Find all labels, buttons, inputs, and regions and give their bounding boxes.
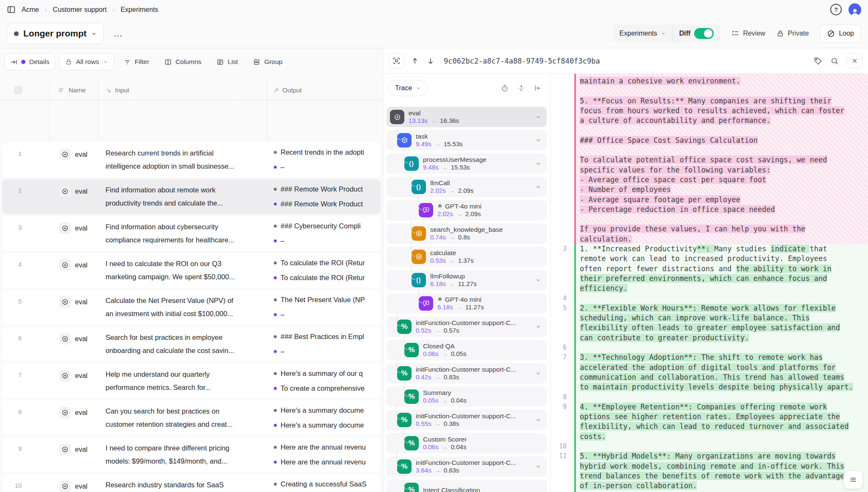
- table-row[interactable]: 2evalFind information about remote workp…: [2, 179, 381, 214]
- duration-secondary: 15.53s: [444, 140, 463, 148]
- trace-tree-row[interactable]: %initFunction-Customer support-C...0.55s…: [387, 410, 547, 430]
- timer-icon[interactable]: [501, 84, 509, 92]
- table-row[interactable]: 7evalHelp me understand our quarterlyper…: [2, 364, 381, 398]
- list-button[interactable]: List: [211, 53, 243, 70]
- experiments-dropdown[interactable]: Experiments: [613, 25, 673, 42]
- trace-tree-row[interactable]: search_knowledge_base0.74s→0.8s: [387, 223, 547, 244]
- duration-secondary: 0.04s: [451, 396, 467, 404]
- next-row-button[interactable]: [426, 57, 436, 65]
- group-button[interactable]: Group: [248, 53, 288, 70]
- more-options-button[interactable]: …: [111, 28, 125, 39]
- span-durations: 6.18s→11.27s: [437, 303, 484, 311]
- span-meta: ✳GPT-4o mini2.02s→2.09s: [437, 203, 481, 218]
- loop-button[interactable]: Loop: [820, 25, 861, 42]
- chevron-down-icon[interactable]: [535, 324, 541, 330]
- private-button[interactable]: Private: [776, 30, 809, 37]
- diff-line-number: [551, 155, 572, 165]
- trace-view-dropdown[interactable]: Trace: [388, 80, 428, 96]
- table-row[interactable]: 1evalResearch current trends in artifici…: [2, 142, 381, 177]
- arrow-icon: →: [449, 186, 455, 195]
- view-options-button[interactable]: [843, 470, 863, 489]
- output-bullet-purple: [274, 239, 277, 242]
- table-row[interactable]: 3evalFind information about cybersecurit…: [2, 216, 381, 251]
- table-row[interactable]: 9evalI need to compare three different p…: [2, 437, 381, 472]
- trace-tree-row[interactable]: ✳GPT-4o mini2.02s→2.09s: [387, 200, 547, 220]
- trace-tree-row[interactable]: %initFunction-Customer support-C...0.52s…: [387, 317, 547, 337]
- diff-line-number: [551, 116, 572, 125]
- chevron-down-icon[interactable]: [535, 464, 541, 470]
- table-row[interactable]: 6evalSearch for best practices in employ…: [2, 327, 381, 361]
- review-button[interactable]: Review: [731, 30, 765, 38]
- table-row[interactable]: 5evalCalculate the Net Present Value (NP…: [2, 290, 381, 325]
- diff-added-line: communication and collaboration. This tr…: [551, 372, 868, 382]
- trace-tree-row[interactable]: ✳GPT-4o mini6.18s→11.27s: [387, 293, 547, 314]
- chevron-down-icon[interactable]: [535, 161, 541, 167]
- breadcrumb-workspace[interactable]: Acme: [22, 6, 39, 14]
- diff-line-number: [551, 106, 572, 116]
- duration-primary: 0.55s: [416, 420, 431, 428]
- diff-line-number: [551, 264, 572, 274]
- diff-line-number: 7: [551, 353, 572, 362]
- trace-tree-row[interactable]: %Summary0.05s→0.04s: [387, 386, 547, 407]
- table-row[interactable]: 8evalCan you search for best practices o…: [2, 400, 381, 435]
- row-number: 8: [2, 409, 22, 415]
- tag-icon[interactable]: [814, 57, 822, 65]
- column-header-input[interactable]: ↘ Input: [98, 86, 267, 94]
- diff-line-text: 5. **Hybrid Models**: Many organizations…: [576, 451, 868, 461]
- tree-connector: [404, 148, 408, 163]
- trace-tree-row[interactable]: task9.49s→15.53s: [387, 130, 547, 150]
- row-output-cell: The Net Present Value (NP–: [274, 292, 381, 322]
- trace-tree-row[interactable]: ()llmCall2.02s→2.09s: [387, 177, 547, 197]
- table-row[interactable]: 4evalI need to calculate the ROI on our …: [2, 253, 381, 288]
- select-all-checkbox[interactable]: [14, 86, 22, 95]
- trace-tree-row[interactable]: eval13.13s→16.36s: [387, 107, 547, 127]
- diff-line-number: [551, 76, 572, 86]
- help-button[interactable]: ?: [830, 4, 842, 15]
- expand-icon[interactable]: [389, 53, 404, 69]
- avatar[interactable]: [849, 3, 861, 16]
- close-icon[interactable]: [847, 53, 862, 69]
- breadcrumb-section[interactable]: Experiments: [120, 6, 158, 14]
- experiment-selector[interactable]: Longer prompt: [7, 23, 104, 44]
- chevron-down-icon[interactable]: [535, 417, 541, 423]
- duration-primary: 0.53s: [430, 256, 446, 264]
- diff-line-number: [551, 313, 572, 323]
- chevron-down-icon[interactable]: [535, 114, 541, 120]
- eval-icon: [59, 370, 71, 381]
- columns-button[interactable]: Columns: [159, 53, 207, 70]
- row-input-cell: Can you search for best practices oncust…: [106, 405, 267, 431]
- trace-tree-row[interactable]: %initFunction-Customer support-C...0.42s…: [387, 363, 547, 384]
- trace-tree-row[interactable]: ()llmFollowup6.18s→11.27s: [387, 270, 547, 290]
- arrow-icon: →: [434, 420, 441, 428]
- span-durations: 0.42s→0.83s: [416, 373, 516, 381]
- diff-label: Diff: [679, 30, 690, 37]
- duration-secondary: 0.83s: [444, 373, 459, 381]
- filter-button[interactable]: Filter: [118, 53, 155, 70]
- chevron-down-icon: [91, 31, 97, 36]
- previous-row-button[interactable]: [410, 57, 420, 65]
- column-header-output[interactable]: ↗ Output: [267, 86, 383, 94]
- duration-primary: 0.52s: [416, 326, 431, 334]
- chevron-down-icon[interactable]: [535, 137, 541, 143]
- chevron-down-icon[interactable]: [535, 184, 541, 190]
- breadcrumb-project[interactable]: Customer support: [53, 6, 107, 14]
- trace-tree-row[interactable]: %Intent Classification: [387, 480, 547, 492]
- table-row[interactable]: 10evalResearch industry standards for Sa…: [2, 474, 381, 492]
- trace-tree-row[interactable]: calculate0.53s→1.37s: [387, 247, 547, 267]
- chevron-down-icon[interactable]: [535, 370, 541, 376]
- trace-tree-row[interactable]: %Closed QA0.06s→0.05s: [387, 340, 547, 360]
- column-header-name[interactable]: Name: [50, 86, 98, 94]
- diff-toggle[interactable]: [694, 28, 714, 39]
- all-rows-dropdown[interactable]: All rows: [59, 53, 114, 70]
- span-durations: 2.02s→2.09s: [430, 186, 473, 195]
- output-bullet-gray: [274, 298, 277, 301]
- trace-tree-row[interactable]: %initFunction-Customer support-C...3.64s…: [387, 456, 547, 477]
- trace-tree-row[interactable]: %Custom Scorer0.06s→0.04s: [387, 433, 547, 453]
- collapse-vertical-icon[interactable]: [517, 84, 525, 92]
- chevron-down-icon[interactable]: [535, 277, 541, 283]
- pin-left-icon[interactable]: [534, 84, 542, 92]
- sidebar-toggle-icon[interactable]: [7, 5, 16, 14]
- search-icon[interactable]: [830, 57, 839, 65]
- details-button[interactable]: Details: [4, 53, 55, 70]
- trace-tree-row[interactable]: ()processUserMessage9.48s→15.53s: [387, 153, 547, 174]
